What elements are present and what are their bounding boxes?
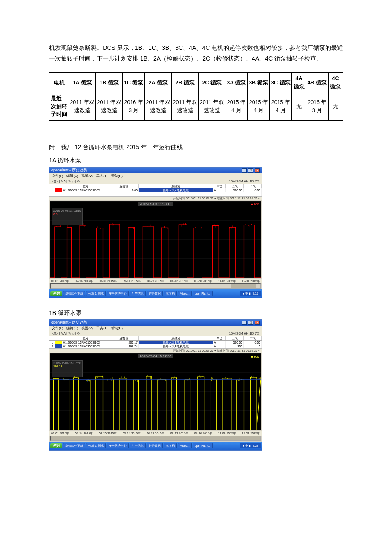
toolbar[interactable]: ◁ ▷ | A A | ✎ ⌕ | ⟳ 10M 30M 6H 1D 7D [49, 179, 262, 184]
system-tray[interactable]: ● 中 ▮9:24 [240, 443, 261, 448]
time-range-bar[interactable]: 开始时间 2015-01-01 00:02:20 ▾ 结束时间 2015-12-… [49, 348, 262, 353]
trend-svg [50, 353, 261, 430]
time-scrollbar[interactable] [50, 436, 261, 441]
color-swatch-red [55, 188, 62, 192]
window-title: openPlant - 历史趋势 [51, 168, 87, 172]
tag-row[interactable]: 1 H1.10CCS.10PAC10CE102 200.17 循环水泵B电机电流… [49, 341, 262, 344]
x-axis-labels: 01-01 2015年02-14 2015年03-30 2015年 05-14 … [49, 431, 262, 436]
scrollbar-thumb[interactable] [231, 284, 256, 288]
table-data-row: 最近一次抽转子时间 2011 年双速改造 2011 年双速改造 2016 年 3… [49, 92, 343, 120]
chart-1a-title: 1A 循环水泵 [49, 155, 343, 166]
chart-1b-title: 1B 循环水泵 [49, 308, 343, 318]
windows-taskbar[interactable]: 开始 华蒲软件下载 分析 1 测试 安全防护中心 生产信息 进给数据 本文档 M… [49, 289, 262, 298]
tag-grid[interactable]: 位号 当前值 点描述 单位 上限 下限 1 H1.10CCS.10PAC10CE… [49, 184, 262, 196]
start-button[interactable]: 开始 [50, 443, 62, 448]
table-header-row: 电机 1A 循泵 1B 循泵 1C 循泵 2A 循泵 2B 循泵 2C 循泵 3… [49, 73, 343, 93]
system-tray[interactable]: ● 中 ▮9:15 [240, 291, 261, 296]
scrollbar-thumb[interactable] [51, 436, 260, 440]
tag-grid[interactable]: 位号 当前值 点描述 单位 上限 下限 1 H1.10CCS.10PAC10CE… [49, 336, 262, 348]
window-titlebar[interactable]: openPlant - 历史趋势 _ □ × [49, 168, 262, 173]
window-titlebar[interactable]: openPlant - 历史趋势 _ □ × [49, 320, 262, 326]
clock: 9:15 [252, 292, 258, 295]
clock: 9:24 [252, 444, 258, 447]
x-axis-labels: 01-01 2015年02-14 2015年03-31 2015年 05-14 … [49, 279, 262, 283]
tag-row[interactable]: 1 H1.10CCS.10PAC10CE002 0.00 循环水泵A电机电流 A… [49, 188, 262, 192]
time-range-bar[interactable]: 开始时间 2015-01-01 00:02:20 ▾ 结束时间 2015-12-… [49, 196, 262, 200]
row2-head: 最近一次抽转子时间 [49, 92, 69, 120]
windows-taskbar[interactable]: 开始 华蒲软件下载 分析 1 测试 安全防护中心 生产信息 进给数据 本文档 M… [49, 442, 262, 450]
window-title: openPlant - 历史趋势 [51, 321, 87, 324]
maximize-button[interactable]: □ [248, 321, 253, 325]
timerange-presets[interactable]: 10M 30M 6H 1D 7D [229, 332, 259, 335]
chart-1b-window: openPlant - 历史趋势 _ □ × 文件(F) 编辑(E) 视图(V)… [49, 319, 262, 451]
close-button[interactable]: × [255, 168, 260, 173]
rotor-inspection-table: 电机 1A 循泵 1B 循泵 1C 循泵 2A 循泵 2B 循泵 2C 循泵 3… [49, 72, 343, 121]
close-button[interactable]: × [255, 321, 260, 325]
window-buttons: _ □ × [241, 321, 260, 325]
color-swatch-yellow [55, 341, 62, 344]
menu-bar[interactable]: 文件(F) 编辑(E) 视图(V) 工具(T) 帮助(H) [49, 173, 262, 179]
menu-bar[interactable]: 文件(F) 编辑(E) 视图(V) 工具(T) 帮助(H) [49, 326, 262, 331]
start-button[interactable]: 开始 [50, 291, 62, 296]
trend-plot[interactable]: 2015-07-04 15:07:58 2015-07-04 15:07:58 … [50, 353, 261, 430]
toolbar[interactable]: ◁ ▷ | A A | ✎ ⌕ | ⟳ 10M 30M 6H 1D 7D [49, 331, 262, 336]
trend-svg [50, 201, 261, 278]
trend-plot[interactable]: 2015-09-05 11:33:18 2015-09-05 11:33:18 … [50, 201, 261, 278]
minimize-button[interactable]: _ [242, 321, 247, 325]
attachment-caption: 附：我厂 12 台循环水泵电机 2015 年一年运行曲线 [49, 142, 343, 153]
chart-1a-window: openPlant - 历史趋势 _ □ × 文件(F) 编辑(E) 视图(V)… [49, 167, 262, 298]
row1-head: 电机 [49, 73, 69, 93]
body-paragraph: 机发现鼠笼条断裂。DCS 显示，1B、1C、3B、3C、4A、4C 电机的起停次… [49, 43, 343, 64]
color-swatch-blue [55, 344, 62, 348]
minimize-button[interactable]: _ [242, 168, 247, 173]
tag-row[interactable]: 2 H1.10CCS.10PAC20CE002 198.74 循环水泵B电机电流… [49, 344, 262, 348]
window-buttons: _ □ × [241, 168, 260, 173]
time-scrollbar[interactable] [50, 283, 261, 289]
maximize-button[interactable]: □ [248, 168, 253, 173]
timerange-presets[interactable]: 10M 30M 6H 1D 7D [229, 180, 259, 183]
